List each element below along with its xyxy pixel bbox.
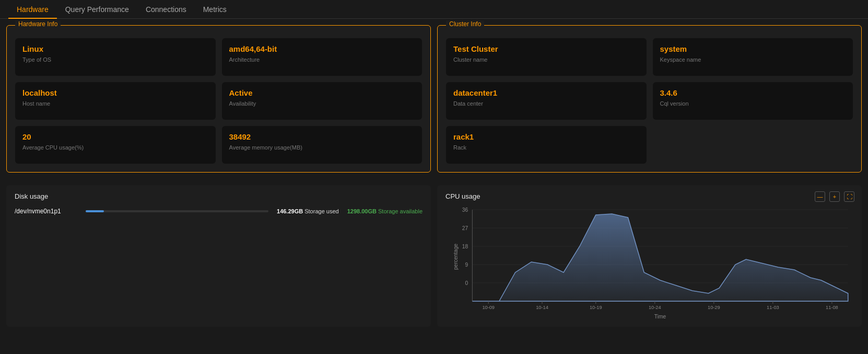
memory-usage-value: 38492 — [229, 132, 415, 141]
cpu-chart-area: 36 27 18 9 0 — [445, 204, 853, 319]
keyspace-name-value: system — [660, 44, 846, 53]
svg-text:27: 27 — [462, 225, 468, 231]
svg-text:18: 18 — [462, 244, 468, 249]
svg-text:10-24: 10-24 — [649, 305, 661, 310]
hostname-card: localhost Host name — [15, 82, 216, 120]
svg-text:Time: Time — [654, 314, 666, 319]
cpu-chart-controls: — + ⛶ — [815, 191, 854, 202]
chart-minimize-button[interactable]: — — [815, 191, 825, 202]
rack-card: rack1 Rack — [446, 126, 647, 164]
nav-query-performance[interactable]: Query Performance — [57, 0, 137, 19]
data-center-card: datacenter1 Data center — [446, 82, 647, 120]
architecture-value: amd64,64-bit — [229, 44, 415, 53]
architecture-card: amd64,64-bit Architecture — [222, 38, 423, 76]
hardware-info-grid: Linux Type of OS amd64,64-bit Architectu… — [15, 38, 422, 164]
disk-bar — [86, 210, 104, 212]
svg-text:10-29: 10-29 — [708, 305, 720, 310]
hostname-label: Host name — [22, 100, 208, 107]
cql-version-value: 3.4.6 — [660, 88, 846, 97]
svg-text:10-19: 10-19 — [590, 305, 602, 310]
disk-available-value: 1298.00GB Storage available — [347, 208, 423, 214]
svg-text:11-08: 11-08 — [826, 305, 838, 310]
svg-text:9: 9 — [465, 262, 468, 268]
os-type-label: Type of OS — [22, 56, 208, 63]
rack-value: rack1 — [453, 132, 639, 141]
svg-text:10-14: 10-14 — [536, 305, 548, 310]
chart-expand-button[interactable]: + — [829, 191, 840, 202]
nav-metrics[interactable]: Metrics — [195, 0, 235, 19]
disk-usage-panel: Disk usage /dev/nvme0n1p1 146.29GB Stora… — [6, 185, 431, 327]
keyspace-name-label: Keyspace name — [660, 56, 846, 63]
hostname-value: localhost — [22, 88, 208, 97]
disk-usage-title: Disk usage — [15, 192, 423, 200]
data-center-label: Data center — [453, 100, 639, 107]
hardware-info-title: Hardware Info — [15, 20, 61, 28]
svg-text:10-09: 10-09 — [482, 305, 495, 310]
nav-hardware[interactable]: Hardware — [8, 0, 57, 19]
os-type-value: Linux — [22, 44, 208, 53]
cql-version-card: 3.4.6 Cql version — [653, 82, 853, 120]
data-center-value: datacenter1 — [453, 88, 639, 97]
cpu-chart-svg: 36 27 18 9 0 — [445, 204, 853, 319]
svg-text:percentage: percentage — [452, 244, 458, 270]
disk-bar-container — [86, 210, 268, 212]
disk-device-name: /dev/nvme0n1p1 — [15, 208, 77, 215]
hardware-info-panel: Hardware Info Linux Type of OS amd64,64-… — [6, 25, 431, 173]
cluster-name-card: Test Cluster Cluster name — [446, 38, 647, 76]
memory-usage-card: 38492 Average memory usage(MB) — [222, 126, 423, 164]
rack-label: Rack — [453, 144, 639, 151]
memory-usage-label: Average memory usage(MB) — [229, 144, 415, 151]
availability-label: Availability — [229, 100, 415, 107]
svg-text:36: 36 — [462, 207, 468, 213]
keyspace-name-card: system Keyspace name — [653, 38, 853, 76]
nav-bar: Hardware Query Performance Connections M… — [0, 0, 868, 19]
cpu-usage-label: Average CPU usage(%) — [22, 144, 208, 151]
chart-fullscreen-button[interactable]: ⛶ — [844, 191, 854, 202]
svg-text:0: 0 — [465, 280, 468, 286]
cpu-usage-value: 20 — [22, 132, 208, 141]
cql-version-label: Cql version — [660, 100, 846, 107]
cluster-info-grid: Test Cluster Cluster name system Keyspac… — [446, 38, 853, 164]
cluster-info-panel: Cluster Info Test Cluster Cluster name s… — [437, 25, 862, 173]
cluster-name-value: Test Cluster — [453, 44, 639, 53]
cluster-info-title: Cluster Info — [446, 20, 484, 28]
svg-text:11-03: 11-03 — [767, 305, 779, 310]
availability-value: Active — [229, 88, 415, 97]
disk-used-value: 146.29GB Storage used — [277, 208, 339, 214]
cpu-panel-title: CPU usage — [445, 192, 853, 200]
disk-item: /dev/nvme0n1p1 146.29GB Storage used 129… — [15, 208, 423, 215]
cpu-usage-panel: CPU usage — + ⛶ 36 27 18 9 0 — [437, 185, 862, 327]
top-panels: Hardware Info Linux Type of OS amd64,64-… — [0, 19, 868, 185]
cpu-usage-card: 20 Average CPU usage(%) — [15, 126, 216, 164]
architecture-label: Architecture — [229, 56, 415, 63]
os-type-card: Linux Type of OS — [15, 38, 216, 76]
cluster-name-label: Cluster name — [453, 56, 639, 63]
availability-card: Active Availability — [222, 82, 423, 120]
nav-connections[interactable]: Connections — [137, 0, 195, 19]
bottom-panels: Disk usage /dev/nvme0n1p1 146.29GB Stora… — [0, 185, 868, 333]
